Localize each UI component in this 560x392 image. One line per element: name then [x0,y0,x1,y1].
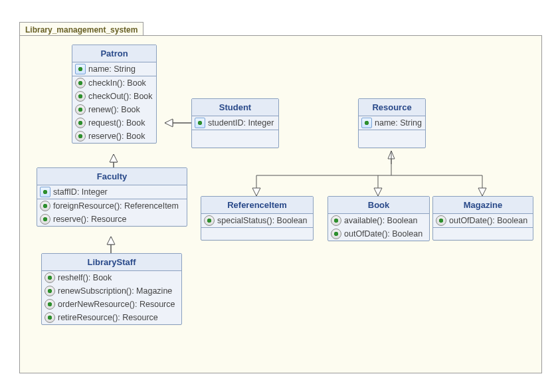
operation-row: checkOut(): Book [72,90,156,103]
attributes-section: staffID: Integer [37,185,187,199]
operation-row: available(): Boolean [328,214,429,227]
operation-icon [75,104,86,115]
attribute-row: studentID: Integer [192,116,278,130]
attribute-row: name: String [359,116,425,130]
operation-text: foreignResource(): ReferenceItem [53,201,179,211]
class-title: Resource [359,99,425,116]
operation-text: orderNewResource(): Resource [58,299,175,310]
attribute-row: name: String [72,62,156,76]
class-patron[interactable]: Patron name: String checkIn(): Book chec… [72,45,157,144]
class-title: Magazine [433,197,533,214]
class-title: ReferenceItem [201,197,313,214]
operation-text: retireResource(): Resource [58,312,158,323]
operations-section [359,130,425,147]
class-title: Student [192,99,278,116]
attributes-section: name: String [359,116,425,130]
operation-icon [40,214,50,225]
operation-text: checkOut(): Book [88,91,153,102]
operation-row: reshelf(): Book [42,271,181,284]
empty-section [433,228,533,240]
operation-icon [331,229,341,239]
attribute-row: staffID: Integer [37,185,187,199]
operation-row: orderNewResource(): Resource [42,298,181,311]
class-referenceitem[interactable]: ReferenceItem specialStatus(): Boolean [201,196,314,241]
operations-section: outOfDate(): Boolean [433,214,533,228]
attribute-icon [195,118,205,128]
attribute-text: name: String [88,64,136,74]
operations-section: reshelf(): Book renewSubscription(): Mag… [42,271,181,324]
operation-icon [75,131,86,142]
operation-row: renewSubscription(): Magazine [42,284,181,298]
operation-text: outOfDate(): Boolean [344,229,422,239]
operations-section: available(): Boolean outOfDate(): Boolea… [328,214,429,241]
operation-row: request(): Book [72,116,156,130]
empty-section [201,228,313,240]
attribute-icon [75,64,86,74]
operation-row: reserve(): Book [72,130,156,143]
operation-icon [45,299,55,310]
class-student[interactable]: Student studentID: Integer [191,98,279,148]
attribute-icon [40,187,50,197]
operation-icon [75,78,86,88]
operation-icon [45,312,55,323]
operations-section: checkIn(): Book checkOut(): Book renew()… [72,76,156,143]
operation-icon [436,215,446,226]
attribute-text: name: String [375,118,422,128]
class-magazine[interactable]: Magazine outOfDate(): Boolean [432,196,533,241]
attribute-icon [361,118,372,128]
class-faculty[interactable]: Faculty staffID: Integer foreignResource… [37,167,187,227]
operations-section: foreignResource(): ReferenceItem reserve… [37,199,187,226]
class-title: LibraryStaff [42,254,181,271]
class-title: Faculty [37,168,187,185]
operation-row: foreignResource(): ReferenceItem [37,199,187,213]
operation-text: request(): Book [88,118,145,128]
class-resource[interactable]: Resource name: String [358,98,426,148]
operation-text: checkIn(): Book [88,78,146,88]
operation-text: outOfDate(): Boolean [449,215,527,226]
attributes-section: studentID: Integer [192,116,278,130]
operation-row: retireResource(): Resource [42,311,181,324]
operation-text: available(): Boolean [344,215,418,226]
operation-icon [331,215,341,226]
operation-text: renew(): Book [88,104,140,115]
operation-row: outOfDate(): Boolean [433,214,533,227]
operation-icon [45,286,55,296]
package-name: Library_management_system [25,25,138,35]
operation-row: specialStatus(): Boolean [201,214,313,227]
attributes-section: name: String [72,62,156,76]
operations-section: specialStatus(): Boolean [201,214,313,228]
class-title: Patron [72,45,156,62]
operations-section [192,130,278,147]
operation-row: checkIn(): Book [72,76,156,90]
operation-text: renewSubscription(): Magazine [58,286,172,296]
operation-icon [40,201,50,211]
operation-row: reserve(): Resource [37,213,187,226]
operation-row: outOfDate(): Boolean [328,227,429,241]
operation-icon [75,91,86,102]
operation-icon [204,215,215,226]
class-book[interactable]: Book available(): Boolean outOfDate(): B… [327,196,430,241]
class-title: Book [328,197,429,214]
attribute-text: staffID: Integer [53,187,108,197]
operation-text: reserve(): Book [88,131,145,142]
operation-icon [75,118,86,128]
attribute-text: studentID: Integer [208,118,274,128]
operation-text: reshelf(): Book [58,272,112,283]
class-librarystaff[interactable]: LibraryStaff reshelf(): Book renewSubscr… [41,253,182,325]
operation-icon [45,272,55,283]
diagram-canvas: Library_management_system [0,0,560,392]
operation-text: specialStatus(): Boolean [217,215,308,226]
operation-row: renew(): Book [72,103,156,116]
operation-text: reserve(): Resource [53,214,126,225]
